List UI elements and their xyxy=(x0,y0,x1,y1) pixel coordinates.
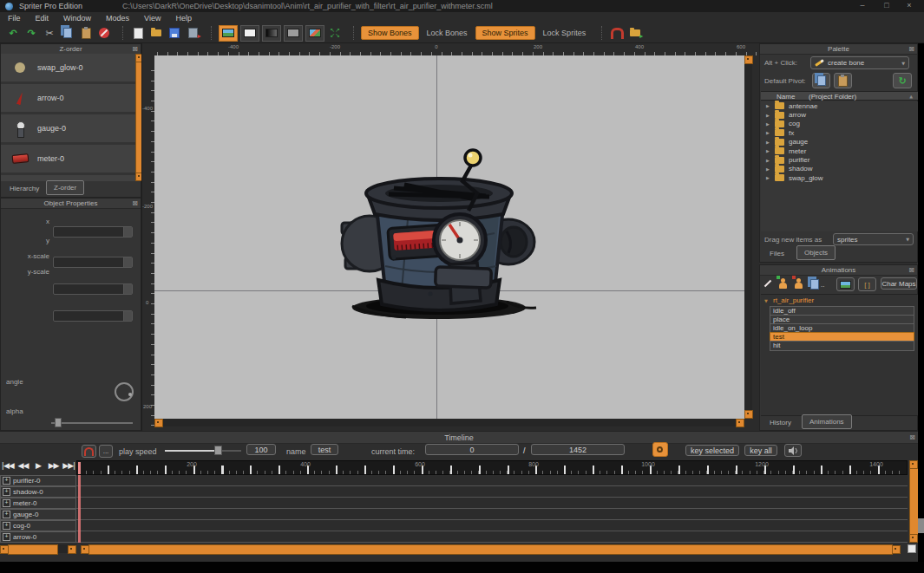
track-label[interactable]: +purifier-0 xyxy=(0,475,76,486)
tree-item[interactable]: ▶meter xyxy=(761,147,918,155)
save-button[interactable] xyxy=(167,25,182,41)
zorder-item[interactable]: swap_glow-0 xyxy=(1,54,135,84)
track-label[interactable]: +meter-0 xyxy=(0,498,76,509)
drag-new-items-dropdown[interactable]: sprites ▼ xyxy=(833,233,914,245)
zorder-item[interactable]: meter-0 xyxy=(1,145,135,175)
dark-background-button[interactable] xyxy=(262,25,281,42)
angle-dial[interactable] xyxy=(115,382,134,401)
tab-objects[interactable]: Objects xyxy=(796,245,836,260)
entity-expand-icon[interactable]: ▼ xyxy=(764,298,768,303)
lock-sprites-toggle[interactable]: Lock Sprites xyxy=(543,29,587,37)
menu-modes[interactable]: Modes xyxy=(106,14,129,23)
track-row[interactable] xyxy=(76,498,908,509)
snap-toggle[interactable] xyxy=(609,25,625,41)
angle-dial-handle[interactable] xyxy=(128,393,132,396)
animation-name-field[interactable]: test xyxy=(311,444,338,455)
timeline-options-button[interactable]: ... xyxy=(99,445,113,458)
new-character-button[interactable] xyxy=(794,278,807,290)
maximize-button[interactable]: □ xyxy=(877,0,896,11)
track-row[interactable] xyxy=(76,486,908,498)
entity-name[interactable]: rt_air_purifier xyxy=(773,296,814,304)
timeline-ruler[interactable]: 200 400 600 800 1000 1200 1400 xyxy=(76,460,908,475)
tab-zorder[interactable]: Z-order xyxy=(46,180,84,195)
char-maps-button[interactable]: Char Maps xyxy=(881,277,917,290)
menu-help[interactable]: Help xyxy=(175,14,192,23)
animations-close-icon[interactable]: ⊠ xyxy=(908,266,914,274)
show-bones-toggle[interactable]: Show Bones xyxy=(361,26,419,40)
track-rows[interactable] xyxy=(76,475,908,543)
expand-icon[interactable]: + xyxy=(3,499,10,507)
tree-item[interactable]: ▶cog xyxy=(761,120,918,128)
key-selected-button[interactable]: key selected xyxy=(685,445,739,456)
y-spinner[interactable] xyxy=(123,257,132,267)
minimize-button[interactable]: – xyxy=(853,0,872,11)
create-bone-dropdown[interactable]: create bone ▼ xyxy=(810,56,909,69)
tab-history[interactable]: History xyxy=(763,416,798,429)
delete-button[interactable] xyxy=(96,25,112,41)
expand-icon[interactable]: + xyxy=(3,533,10,541)
menu-file[interactable]: File xyxy=(8,14,21,23)
duplicate-animation-button[interactable]: .. xyxy=(810,278,829,290)
key-button[interactable] xyxy=(652,442,668,457)
playhead-line[interactable] xyxy=(78,475,81,543)
tab-files[interactable]: Files xyxy=(763,247,791,260)
import-button[interactable] xyxy=(185,25,200,41)
menu-view[interactable]: View xyxy=(144,14,161,23)
canvas-vertical-scrollbar[interactable] xyxy=(744,55,752,419)
track-label-scrollbar[interactable] xyxy=(0,544,76,553)
next-frame-button[interactable]: ▶▶ xyxy=(46,457,62,473)
go-to-end-button[interactable]: ▶▶| xyxy=(61,457,76,473)
tree-item[interactable]: ▶shadow xyxy=(761,165,918,173)
expand-icon[interactable]: + xyxy=(3,488,10,496)
x-field[interactable] xyxy=(53,226,133,238)
resize-grip[interactable] xyxy=(918,518,924,533)
undo-button[interactable]: ↶ xyxy=(5,25,21,41)
tree-header[interactable]: Name (Project Folder) ▲ xyxy=(761,91,918,101)
new-file-button[interactable] xyxy=(130,25,146,41)
go-to-start-button[interactable]: |◀◀ xyxy=(0,457,16,473)
timeline-close-icon[interactable]: ⊠ xyxy=(909,433,915,441)
export-folder-button[interactable]: ▸ xyxy=(627,25,643,41)
play-speed-slider-thumb[interactable] xyxy=(214,446,222,455)
previous-frame-button[interactable]: ◀◀ xyxy=(16,457,31,473)
pivot-paste-button[interactable] xyxy=(834,73,852,88)
x-spinner[interactable] xyxy=(123,227,132,237)
alpha-slider-track[interactable] xyxy=(51,422,133,424)
track-label[interactable]: +cog-0 xyxy=(0,520,76,531)
key-all-button[interactable]: key all xyxy=(744,445,777,456)
track-row[interactable] xyxy=(76,531,908,543)
sound-button[interactable] xyxy=(784,444,802,457)
gray-background-button[interactable] xyxy=(284,25,303,42)
pivot-copy-button[interactable] xyxy=(812,73,830,88)
tree-item[interactable]: ▶arrow xyxy=(761,110,918,119)
menu-window[interactable]: Window xyxy=(63,14,91,23)
paste-button[interactable] xyxy=(78,25,94,41)
current-time-field[interactable]: 0 xyxy=(425,444,519,455)
track-label[interactable]: +shadow-0 xyxy=(0,486,76,498)
expand-icon[interactable]: + xyxy=(3,522,10,530)
canvas-viewport[interactable] xyxy=(154,55,744,419)
track-row[interactable] xyxy=(76,475,908,486)
x-scale-field[interactable] xyxy=(53,283,133,295)
play-speed-value[interactable]: 100 xyxy=(246,444,276,455)
track-label[interactable]: +gauge-0 xyxy=(0,509,76,520)
zorder-item[interactable]: arrow-0 xyxy=(1,84,135,114)
tree-item[interactable]: ▶fx xyxy=(761,128,918,137)
tree-item[interactable]: ▶purifier xyxy=(761,155,918,164)
tree-item[interactable]: ▶swap_glow xyxy=(761,173,918,182)
open-file-button[interactable] xyxy=(148,25,164,41)
zorder-close-icon[interactable]: ⊠ xyxy=(132,45,138,53)
bounds-button[interactable]: [ ] xyxy=(858,277,876,291)
animation-item[interactable]: hit xyxy=(770,341,914,351)
y-field[interactable] xyxy=(53,257,133,268)
redo-button[interactable]: ↷ xyxy=(23,25,39,41)
alpha-slider-thumb[interactable] xyxy=(55,418,62,427)
refresh-button[interactable]: ↻ xyxy=(893,73,912,88)
canvas-horizontal-scrollbar[interactable] xyxy=(154,419,744,426)
timeline-horizontal-scrollbar[interactable] xyxy=(81,544,901,553)
cut-button[interactable]: ✂ xyxy=(42,25,57,41)
play-button[interactable]: ▶ xyxy=(30,457,46,473)
white-background-button[interactable] xyxy=(240,25,259,42)
y-scale-field[interactable] xyxy=(53,310,133,322)
track-label[interactable]: +arrow-0 xyxy=(0,531,76,543)
